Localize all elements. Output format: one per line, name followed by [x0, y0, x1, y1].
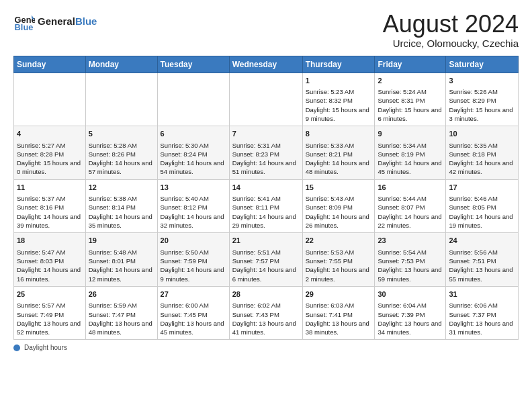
day-info: Sunrise: 5:41 AM: [232, 194, 300, 203]
day-cell: 4Sunrise: 5:27 AMSunset: 8:28 PMDaylight…: [14, 126, 86, 180]
day-info: Daylight: 13 hours and 38 minutes.: [306, 319, 372, 337]
day-number: 3: [449, 76, 515, 86]
day-cell: 28Sunrise: 6:02 AMSunset: 7:43 PMDayligh…: [229, 286, 302, 340]
day-number: 4: [17, 129, 83, 139]
day-info: Daylight: 14 hours and 42 minutes.: [449, 158, 515, 177]
day-info: Sunset: 8:18 PM: [449, 150, 515, 158]
day-info: Daylight: 14 hours and 22 minutes.: [378, 212, 443, 230]
day-info: Sunrise: 6:00 AM: [161, 301, 226, 310]
day-info: Sunrise: 5:48 AM: [89, 248, 154, 257]
day-info: Daylight: 14 hours and 9 minutes.: [161, 265, 226, 283]
day-info: Sunset: 7:49 PM: [17, 310, 83, 319]
day-info: Sunset: 8:05 PM: [449, 203, 515, 212]
day-info: Sunset: 7:59 PM: [161, 257, 226, 265]
day-info: Sunrise: 5:47 AM: [17, 248, 83, 257]
day-cell: 31Sunrise: 6:06 AMSunset: 7:37 PMDayligh…: [446, 286, 519, 340]
day-cell: 12Sunrise: 5:38 AMSunset: 8:14 PMDayligh…: [85, 179, 157, 233]
day-number: 30: [378, 289, 443, 300]
day-info: Sunset: 8:24 PM: [161, 150, 226, 158]
day-info: Sunrise: 5:46 AM: [449, 194, 515, 203]
day-number: 29: [306, 289, 372, 300]
page: General Blue GeneralBlue August 2024 Urc…: [0, 0, 532, 358]
day-number: 26: [89, 289, 154, 300]
day-number: 16: [378, 183, 443, 193]
day-info: Sunrise: 5:28 AM: [89, 141, 154, 150]
header-row: SundayMondayTuesdayWednesdayThursdayFrid…: [14, 56, 519, 73]
day-info: Daylight: 14 hours and 57 minutes.: [89, 158, 154, 177]
day-info: Sunset: 8:19 PM: [378, 150, 443, 158]
day-cell: 30Sunrise: 6:04 AMSunset: 7:39 PMDayligh…: [375, 286, 446, 340]
day-info: Sunrise: 5:33 AM: [306, 141, 372, 150]
day-number: 9: [378, 129, 443, 139]
day-info: Sunset: 7:57 PM: [232, 257, 300, 265]
subtitle: Urcice, Olomoucky, Czechia: [383, 38, 519, 49]
day-info: Sunrise: 5:34 AM: [378, 141, 443, 150]
svg-text:Blue: Blue: [15, 22, 34, 32]
day-number: 24: [449, 236, 515, 246]
header-cell-sunday: Sunday: [14, 56, 86, 73]
week-row-1: 1Sunrise: 5:23 AMSunset: 8:32 PMDaylight…: [14, 73, 519, 126]
day-cell: 11Sunrise: 5:37 AMSunset: 8:16 PMDayligh…: [14, 179, 86, 233]
header-cell-tuesday: Tuesday: [157, 56, 229, 73]
day-number: 8: [306, 129, 372, 139]
day-cell: 5Sunrise: 5:28 AMSunset: 8:26 PMDaylight…: [85, 126, 157, 180]
logo-text-block: GeneralBlue: [38, 16, 97, 28]
day-info: Sunset: 8:21 PM: [306, 150, 372, 158]
day-info: Sunrise: 5:51 AM: [232, 248, 300, 257]
day-info: Sunset: 8:28 PM: [17, 150, 83, 158]
day-info: Daylight: 13 hours and 45 minutes.: [161, 319, 226, 337]
day-info: Sunrise: 5:44 AM: [378, 194, 443, 203]
logo-icon: General Blue: [13, 11, 35, 32]
week-row-3: 11Sunrise: 5:37 AMSunset: 8:16 PMDayligh…: [14, 179, 519, 233]
day-number: 14: [232, 183, 300, 193]
day-info: Sunset: 7:53 PM: [378, 257, 443, 265]
day-info: Sunset: 8:11 PM: [232, 203, 300, 212]
day-info: Daylight: 14 hours and 48 minutes.: [306, 158, 372, 177]
day-number: 15: [306, 183, 372, 193]
day-info: Sunrise: 5:57 AM: [17, 301, 83, 310]
day-number: 6: [161, 129, 226, 139]
day-cell: [85, 73, 157, 126]
day-info: Daylight: 14 hours and 51 minutes.: [232, 158, 300, 177]
day-info: Sunset: 8:29 PM: [449, 96, 515, 105]
day-info: Daylight: 15 hours and 9 minutes.: [306, 105, 372, 124]
day-info: Daylight: 14 hours and 16 minutes.: [17, 265, 83, 283]
day-info: Sunset: 7:55 PM: [306, 257, 372, 265]
day-number: 10: [449, 129, 515, 139]
day-number: 5: [89, 129, 154, 139]
logo: General Blue GeneralBlue: [13, 11, 97, 32]
header-cell-wednesday: Wednesday: [229, 56, 302, 73]
day-cell: 25Sunrise: 5:57 AMSunset: 7:49 PMDayligh…: [14, 286, 86, 340]
day-info: Sunset: 8:23 PM: [232, 150, 300, 158]
calendar-table: SundayMondayTuesdayWednesdayThursdayFrid…: [13, 56, 519, 340]
day-info: Sunset: 8:14 PM: [89, 203, 154, 212]
day-info: Sunset: 7:37 PM: [449, 310, 515, 319]
day-info: Daylight: 14 hours and 26 minutes.: [306, 212, 372, 230]
day-info: Daylight: 14 hours and 19 minutes.: [449, 212, 515, 230]
calendar-body: 1Sunrise: 5:23 AMSunset: 8:32 PMDaylight…: [14, 73, 519, 340]
week-row-4: 18Sunrise: 5:47 AMSunset: 8:03 PMDayligh…: [14, 233, 519, 287]
title-block: August 2024 Urcice, Olomoucky, Czechia: [383, 11, 519, 49]
day-number: 1: [306, 76, 372, 86]
logo-general: General: [38, 15, 75, 27]
day-cell: [229, 73, 302, 126]
day-info: Daylight: 15 hours and 3 minutes.: [449, 105, 515, 124]
day-info: Daylight: 13 hours and 48 minutes.: [89, 319, 154, 337]
day-cell: 9Sunrise: 5:34 AMSunset: 8:19 PMDaylight…: [375, 126, 446, 180]
day-number: 19: [89, 236, 154, 246]
day-cell: 6Sunrise: 5:30 AMSunset: 8:24 PMDaylight…: [157, 126, 229, 180]
day-info: Sunset: 7:51 PM: [449, 257, 515, 265]
day-info: Daylight: 14 hours and 29 minutes.: [232, 212, 300, 230]
footer-label: Daylight hours: [24, 344, 67, 351]
day-info: Sunrise: 5:56 AM: [449, 248, 515, 257]
logo-blue: Blue: [75, 15, 97, 27]
day-cell: 15Sunrise: 5:43 AMSunset: 8:09 PMDayligh…: [302, 179, 375, 233]
day-number: 27: [161, 289, 226, 300]
day-cell: 21Sunrise: 5:51 AMSunset: 7:57 PMDayligh…: [229, 233, 302, 287]
day-cell: [14, 73, 86, 126]
day-cell: 8Sunrise: 5:33 AMSunset: 8:21 PMDaylight…: [302, 126, 375, 180]
day-number: 18: [17, 236, 83, 246]
day-info: Sunset: 7:47 PM: [89, 310, 154, 319]
day-cell: 22Sunrise: 5:53 AMSunset: 7:55 PMDayligh…: [302, 233, 375, 287]
day-info: Sunset: 8:31 PM: [378, 96, 443, 105]
